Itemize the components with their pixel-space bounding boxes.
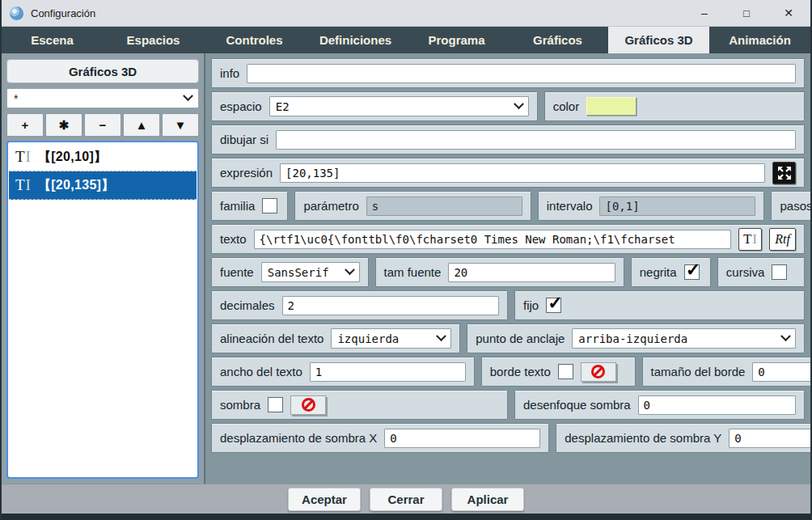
sombra-checkbox[interactable]	[268, 397, 283, 412]
tamano-borde-group: tamaño del borde	[642, 357, 810, 387]
fijo-checkbox[interactable]	[546, 298, 561, 313]
close-icon[interactable]: ✕	[781, 7, 796, 19]
list-item[interactable]: TI 【[20,10]】	[9, 143, 197, 171]
tam-fuente-label: tam fuente	[384, 265, 442, 279]
object-filter-select[interactable]: *	[6, 88, 199, 108]
tab-definiciones[interactable]: Definiciones	[305, 27, 406, 53]
espacio-select[interactable]: E2	[269, 96, 529, 116]
plain-text-button[interactable]: TI	[738, 228, 762, 251]
decimales-label: decimales	[220, 298, 275, 312]
move-up-button[interactable]: ▲	[123, 113, 160, 137]
info-group: info	[211, 58, 805, 88]
expresion-group: expresión	[211, 158, 805, 188]
chevron-down-icon	[436, 331, 446, 341]
window-bottom-edge	[2, 514, 810, 520]
expand-icon	[776, 165, 793, 181]
maximize-icon[interactable]: □	[739, 8, 754, 19]
info-input[interactable]	[247, 64, 796, 83]
desp-x-label: desplazamiento de sombra X	[220, 431, 377, 445]
object-filter-value: *	[14, 92, 184, 105]
borde-color-button[interactable]	[581, 362, 616, 382]
texto-group: texto TI Rtf	[211, 224, 805, 254]
no-color-icon	[591, 365, 605, 378]
desp-y-input[interactable]	[729, 429, 810, 448]
sidebar-title: Gráficos 3D	[6, 59, 199, 83]
close-button[interactable]: Cerrar	[370, 488, 442, 511]
borde-texto-checkbox[interactable]	[558, 364, 573, 379]
desenfoque-input[interactable]	[638, 395, 796, 415]
remove-object-button[interactable]: −	[84, 113, 121, 137]
object-toolbar: + ✱ − ▲ ▼	[6, 113, 199, 137]
familia-checkbox[interactable]	[262, 198, 277, 213]
fuente-label: fuente	[220, 265, 254, 279]
add-object-button[interactable]: +	[6, 113, 44, 137]
borde-texto-label: borde texto	[490, 365, 551, 378]
accept-button[interactable]: Aceptar	[288, 488, 361, 511]
info-label: info	[220, 66, 239, 80]
tab-graficos-3d[interactable]: Gráficos 3D	[608, 27, 709, 53]
parametro-input	[366, 197, 522, 216]
espacio-value: E2	[276, 100, 509, 113]
tab-espacios[interactable]: Espacios	[103, 27, 204, 53]
tab-bar: Escena Espacios Controles Definiciones P…	[2, 27, 810, 53]
anclaje-label: punto de anclaje	[476, 332, 565, 345]
fuente-select[interactable]: SansSerif	[261, 262, 360, 282]
sombra-label: sombra	[220, 398, 260, 412]
cursiva-label: cursiva	[726, 265, 765, 279]
sombra-color-button[interactable]	[290, 395, 326, 415]
negrita-group: negrita	[631, 257, 711, 287]
tab-escena[interactable]: Escena	[2, 27, 103, 53]
desp-x-group: desplazamiento de sombra X	[211, 423, 549, 453]
chevron-down-icon	[345, 264, 355, 275]
objects-sidebar: Gráficos 3D * + ✱ − ▲ ▼ TI 【[20,10]】 TI …	[2, 53, 205, 484]
window-controls: – □ ✕	[697, 7, 802, 19]
negrita-checkbox[interactable]	[684, 264, 700, 280]
alineacion-label: alineación del texto	[220, 332, 324, 345]
desp-y-label: desplazamiento de sombra Y	[565, 431, 721, 445]
intervalo-input	[599, 197, 755, 216]
fuente-value: SansSerif	[268, 266, 340, 279]
expand-editor-button[interactable]	[772, 162, 796, 184]
cursiva-checkbox[interactable]	[772, 264, 787, 280]
familia-label: familia	[220, 199, 255, 213]
rtf-editor-button[interactable]: Rtf	[769, 228, 796, 251]
list-item-selected[interactable]: TI 【[20,135]】	[9, 171, 197, 200]
chevron-down-icon	[780, 331, 791, 341]
apply-button[interactable]: Aplicar	[451, 488, 524, 511]
color-swatch[interactable]	[586, 97, 636, 116]
ancho-texto-label: ancho del texto	[220, 365, 302, 378]
tab-animacion[interactable]: Animación	[709, 27, 810, 53]
color-label: color	[553, 99, 580, 113]
anclaje-group: punto de anclaje arriba-izquierda	[467, 323, 805, 353]
tab-graficos[interactable]: Gráficos	[507, 27, 608, 53]
move-down-button[interactable]: ▼	[162, 113, 199, 137]
tab-controles[interactable]: Controles	[204, 27, 305, 53]
borde-texto-group: borde texto	[481, 357, 636, 387]
clone-object-button[interactable]: ✱	[45, 113, 82, 137]
anclaje-value: arriba-izquierda	[578, 332, 776, 345]
alineacion-select[interactable]: izquierda	[331, 328, 451, 349]
decimales-input[interactable]	[282, 296, 499, 315]
texto-input[interactable]	[254, 230, 731, 249]
intervalo-label: intervalo	[547, 199, 593, 213]
text-object-icon: TI	[15, 176, 31, 194]
anclaje-select[interactable]: arriba-izquierda	[572, 328, 796, 349]
desp-x-input[interactable]	[384, 429, 540, 448]
tamano-borde-input[interactable]	[752, 362, 810, 382]
color-group: color	[544, 91, 805, 121]
pasos-label: pasos	[780, 199, 810, 213]
fijo-group: fijo	[514, 290, 805, 320]
tam-fuente-input[interactable]	[448, 263, 615, 282]
text-object-icon: TI	[15, 148, 31, 166]
fijo-label: fijo	[523, 298, 539, 312]
text-cursor-icon: I	[752, 231, 757, 247]
dibujar-si-group: dibujar si	[211, 125, 805, 154]
tam-fuente-group: tam fuente	[375, 257, 624, 287]
expresion-input[interactable]	[280, 163, 765, 183]
ancho-texto-input[interactable]	[310, 362, 466, 382]
pasos-group: pasos	[771, 191, 810, 221]
minimize-icon[interactable]: –	[697, 7, 712, 19]
tab-programa[interactable]: Programa	[406, 27, 507, 53]
dibujar-si-input[interactable]	[276, 130, 796, 150]
decimales-group: decimales	[211, 290, 508, 320]
